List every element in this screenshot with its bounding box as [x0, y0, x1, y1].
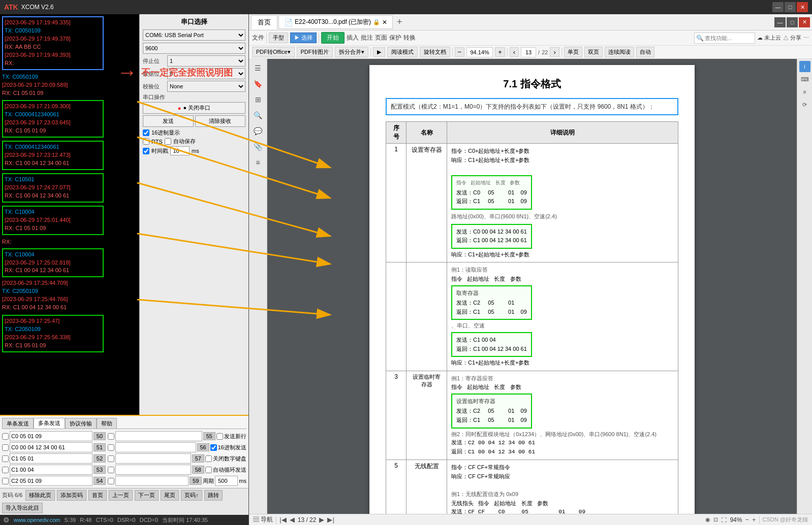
auto-btn[interactable]: 自动 [636, 47, 654, 57]
send-newline-check[interactable] [216, 433, 223, 440]
rotate-btn[interactable]: 旋转文档 [420, 47, 450, 57]
send-check-1[interactable] [2, 444, 9, 451]
tab-help[interactable]: 帮助 [97, 418, 117, 429]
next-page-btn[interactable]: 下一页 [135, 490, 159, 501]
send-input-r1[interactable] [115, 442, 196, 452]
data-select[interactable]: 8 [167, 68, 245, 79]
rts-check[interactable] [143, 138, 149, 145]
clear-btn[interactable]: 清除接收 [195, 115, 246, 127]
pdf-zoom-options[interactable]: ◉ [705, 516, 710, 523]
continuous-read-btn[interactable]: 连续阅读 [605, 47, 634, 57]
timestamp-input[interactable] [170, 146, 190, 155]
insert-btn[interactable]: 插入 [347, 34, 359, 42]
open-btn[interactable]: 开始 [321, 32, 345, 44]
cloud-btn[interactable]: ☁ 未上云 [757, 34, 781, 42]
more-btn[interactable]: ⋯ [803, 35, 809, 41]
baud-select[interactable]: 9600 [143, 43, 245, 54]
send-num-2[interactable]: 52 [93, 454, 106, 463]
annotate-btn[interactable]: 批注 [361, 34, 373, 42]
tab-protocol[interactable]: 协议传输 [65, 418, 97, 429]
single-page-btn[interactable]: 单页 [564, 47, 582, 57]
pdf-close-tab[interactable]: ✕ [382, 19, 387, 26]
timestamp-check[interactable] [143, 148, 149, 154]
prev-page-btn[interactable]: 上一页 [109, 490, 133, 501]
nav-next-btn[interactable]: › [550, 47, 559, 57]
autosave-check[interactable] [165, 138, 171, 145]
right-sidebar-btn3[interactable]: ≡ [799, 86, 810, 97]
sidebar-thumb-btn[interactable]: ⊞ [251, 92, 265, 107]
send-num-0[interactable]: 50 [93, 432, 106, 440]
sidebar-attach-btn[interactable]: 📎 [251, 140, 265, 154]
send-check-r0[interactable] [108, 433, 114, 440]
zoom-input[interactable] [466, 47, 493, 57]
parity-select[interactable]: None [167, 81, 245, 92]
read-mode-btn[interactable]: 阅读模式 [387, 47, 418, 57]
zoom-out-btn[interactable]: − [455, 47, 465, 57]
send-num-r3[interactable]: 58 [192, 466, 204, 474]
send-input-2[interactable] [10, 453, 92, 464]
zoom-in-btn[interactable]: + [495, 47, 505, 57]
add-page-btn[interactable]: 添加页码 [57, 490, 86, 501]
sidebar-nav-btn[interactable]: ☰ [251, 61, 265, 75]
send-num-r2[interactable]: 57 [192, 454, 204, 463]
send-check-r2[interactable] [108, 455, 114, 462]
send-input-3[interactable] [10, 465, 92, 475]
tab-single-send[interactable]: 单条发送 [2, 418, 34, 429]
sidebar-layers-btn[interactable]: ≡ [251, 155, 265, 170]
import-export-btn[interactable]: 导入导出此目 [2, 503, 43, 513]
home-btn[interactable]: 首页 [88, 490, 107, 501]
pdf-first-btn[interactable]: |◀ [279, 516, 286, 523]
send-num-r1[interactable]: 56 [197, 443, 209, 451]
send-num-3[interactable]: 53 [93, 466, 106, 474]
pdf-zoom-plus[interactable]: + [752, 516, 756, 523]
right-sidebar-btn4[interactable]: ⟳ [799, 99, 810, 110]
pdf-prev-btn[interactable]: ◀ [290, 516, 295, 523]
send-input-4[interactable] [10, 476, 92, 486]
maximize-btn[interactable]: □ [785, 2, 796, 12]
close-keyboard-check[interactable] [205, 455, 212, 462]
send-check-3[interactable] [2, 467, 9, 473]
send-btn[interactable]: 发送 [143, 115, 194, 127]
auto-loop-check[interactable] [205, 467, 212, 473]
pdf-lock-icon[interactable]: 🔒 [373, 19, 380, 25]
pdf-home-tab[interactable]: 首页 [251, 15, 277, 29]
pdf-next-btn[interactable]: ▶ [319, 516, 324, 523]
page-btn[interactable]: 页面 [375, 34, 387, 42]
pdf-nav-label[interactable]: ▤ 导航 [253, 515, 273, 524]
page-num-btn[interactable]: 页码↑ [181, 490, 202, 501]
move-page-btn[interactable]: 移除此页 [25, 490, 55, 501]
nav-prev-btn[interactable]: ‹ [510, 47, 519, 57]
send-input-0[interactable] [10, 431, 92, 441]
sidebar-search-btn[interactable]: 🔍 [251, 108, 265, 122]
right-sidebar-btn1[interactable]: i [799, 61, 810, 72]
pdf-to-office-btn[interactable]: PDF转Office▾ [252, 47, 295, 57]
sidebar-bookmark-btn[interactable]: 🔖 [251, 77, 265, 91]
send-input-r2[interactable] [115, 453, 191, 464]
jump-btn[interactable]: 跳转 [204, 490, 223, 501]
pdf-zoom-minus[interactable]: − [745, 516, 749, 523]
pdf-fullscreen-btn[interactable]: ⛶ [721, 517, 727, 523]
send-check-4[interactable] [2, 478, 9, 484]
new-tab-btn[interactable]: + [393, 17, 407, 27]
send-input-r3[interactable] [115, 465, 191, 475]
send-input-1[interactable] [10, 442, 92, 452]
hand-tool-btn[interactable]: 手型 [269, 32, 288, 43]
send-num-4[interactable]: 54 [93, 477, 106, 485]
hex-display-check[interactable] [143, 129, 149, 136]
stop-select[interactable]: 1 [167, 55, 245, 67]
pdf-win-min[interactable]: — [774, 17, 786, 27]
select-btn[interactable]: ▶ 选择 [290, 32, 317, 43]
close-btn[interactable]: ✕ [797, 2, 808, 12]
website-link[interactable]: www.openedv.com [14, 517, 60, 523]
minimize-btn[interactable]: — [772, 2, 784, 12]
last-page-btn[interactable]: 尾页 [161, 490, 179, 501]
send-check-0[interactable] [2, 433, 9, 440]
send-check-r4[interactable] [108, 478, 114, 484]
port-select[interactable]: COM6: USB Serial Port [143, 29, 245, 41]
close-port-btn[interactable]: ● ● 关闭串口 [143, 102, 245, 114]
pdf-win-close[interactable]: ✕ [799, 17, 810, 27]
sidebar-comment-btn[interactable]: 💬 [251, 124, 265, 138]
protect-btn[interactable]: 保护 [389, 34, 401, 42]
send-num-1[interactable]: 51 [93, 443, 106, 451]
send-input-r4[interactable] [115, 476, 189, 486]
